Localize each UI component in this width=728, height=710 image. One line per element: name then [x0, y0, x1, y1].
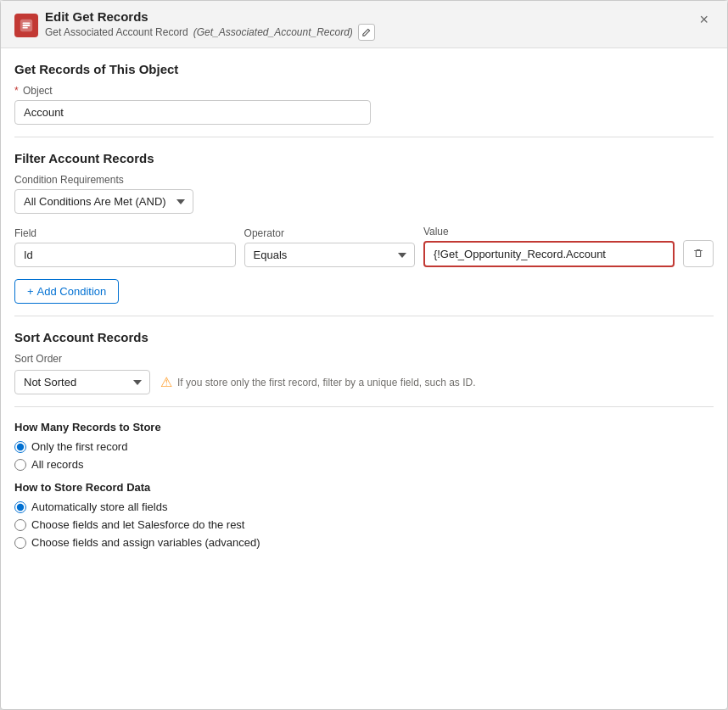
- radio-auto-store[interactable]: Automatically store all fields: [14, 500, 714, 513]
- subtitle-italic: (Get_Associated_Account_Record): [193, 26, 353, 38]
- value-col: Value: [423, 226, 675, 267]
- object-input[interactable]: [14, 100, 371, 125]
- how-many-radio-group: Only the first record All records: [14, 440, 714, 471]
- radio-choose-sf[interactable]: Choose fields and let Salesforce do the …: [14, 518, 714, 531]
- modal-header: Edit Get Records Get Associated Account …: [1, 1, 727, 48]
- warning-icon: ⚠: [160, 374, 172, 390]
- section-store: How Many Records to Store Only the first…: [14, 421, 714, 549]
- condition-req-label: Condition Requirements: [14, 174, 714, 186]
- filter-section-title: Filter Account Records: [14, 151, 714, 165]
- field-col-label: Field: [14, 227, 236, 239]
- value-col-label: Value: [423, 226, 675, 238]
- radio-choose-sf-input[interactable]: [14, 519, 26, 531]
- sort-row: Not Sorted ⚠ If you store only the first…: [14, 370, 714, 394]
- radio-first-record-label: Only the first record: [31, 440, 127, 453]
- operator-select-wrapper: Equals: [244, 243, 415, 267]
- how-to-title: How to Store Record Data: [14, 481, 714, 494]
- plus-icon: +: [27, 285, 34, 298]
- modal-subtitle: Get Associated Account Record (Get_Assoc…: [45, 24, 375, 41]
- subtitle-main: Get Associated Account Record: [45, 26, 188, 38]
- sort-order-select[interactable]: Not Sorted: [14, 370, 150, 394]
- warning-text: If you store only the first record, filt…: [177, 377, 476, 389]
- edit-name-button[interactable]: [358, 24, 375, 41]
- section-get-records: Get Records of This Object * Object: [14, 62, 714, 125]
- delete-condition-button[interactable]: [683, 240, 714, 267]
- operator-select[interactable]: Equals: [244, 243, 415, 267]
- warning-row: ⚠ If you store only the first record, fi…: [160, 374, 476, 390]
- field-input[interactable]: [14, 243, 236, 267]
- radio-choose-vars[interactable]: Choose fields and assign variables (adva…: [14, 536, 714, 549]
- sort-order-label: Sort Order: [14, 353, 714, 365]
- modal-title: Edit Get Records: [45, 9, 375, 24]
- radio-first-record-input[interactable]: [14, 441, 26, 453]
- radio-auto-store-label: Automatically store all fields: [31, 500, 167, 513]
- sort-section-title: Sort Account Records: [14, 330, 714, 344]
- section-sort: Sort Account Records Sort Order Not Sort…: [14, 330, 714, 394]
- object-field-label: * Object: [14, 85, 714, 97]
- how-many-title: How Many Records to Store: [14, 421, 714, 433]
- edit-get-records-modal: Edit Get Records Get Associated Account …: [0, 0, 728, 710]
- condition-req-row: All Conditions Are Met (AND): [14, 189, 714, 214]
- close-button[interactable]: ×: [694, 9, 714, 31]
- condition-row: Field Operator Equals Value: [14, 226, 714, 267]
- modal-title-row: Edit Get Records Get Associated Account …: [14, 9, 375, 41]
- add-condition-button[interactable]: + Add Condition: [14, 279, 119, 304]
- modal-icon: [14, 14, 38, 37]
- radio-all-records[interactable]: All records: [14, 458, 714, 471]
- radio-choose-vars-input[interactable]: [14, 537, 26, 549]
- value-input[interactable]: [423, 241, 675, 267]
- add-condition-label: Add Condition: [37, 285, 107, 298]
- get-records-section-title: Get Records of This Object: [14, 62, 714, 76]
- sort-order-select-wrapper: Not Sorted: [14, 370, 150, 394]
- section-filter: Filter Account Records Condition Require…: [14, 151, 714, 304]
- radio-all-records-input[interactable]: [14, 459, 26, 471]
- condition-req-select[interactable]: All Conditions Are Met (AND): [14, 189, 193, 214]
- condition-req-select-wrapper: All Conditions Are Met (AND): [14, 189, 193, 214]
- divider-3: [14, 406, 714, 407]
- radio-choose-vars-label: Choose fields and assign variables (adva…: [31, 536, 260, 549]
- divider-2: [14, 316, 714, 316]
- operator-col: Operator Equals: [244, 227, 415, 267]
- operator-col-label: Operator: [244, 227, 415, 239]
- field-col: Field: [14, 227, 236, 267]
- modal-title-text: Edit Get Records Get Associated Account …: [45, 9, 375, 41]
- divider-1: [14, 137, 714, 137]
- required-star: *: [14, 85, 19, 97]
- how-to-radio-group: Automatically store all fields Choose fi…: [14, 500, 714, 549]
- radio-all-records-label: All records: [31, 458, 83, 471]
- modal-body: Get Records of This Object * Object Filt…: [1, 48, 727, 573]
- radio-first-record[interactable]: Only the first record: [14, 440, 714, 453]
- radio-choose-sf-label: Choose fields and let Salesforce do the …: [31, 518, 244, 531]
- radio-auto-store-input[interactable]: [14, 501, 26, 513]
